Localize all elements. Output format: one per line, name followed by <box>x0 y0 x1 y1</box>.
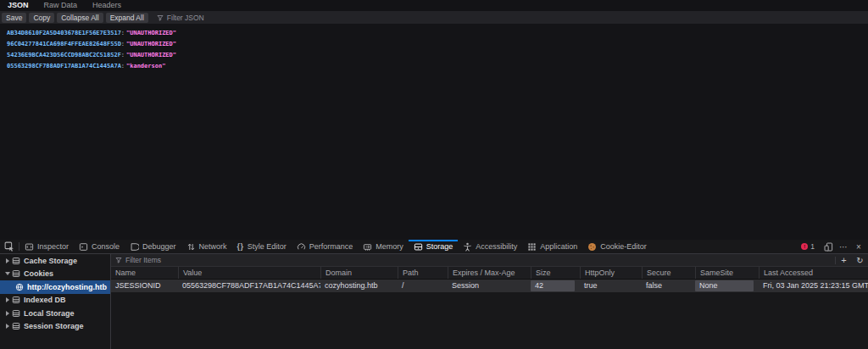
column-header-last-accessed[interactable]: Last Accessed <box>759 267 868 279</box>
json-value: "kanderson" <box>126 61 165 72</box>
column-header-size[interactable]: Size <box>531 267 580 279</box>
tab-storage[interactable]: Storage <box>409 240 459 253</box>
expand-all-button[interactable]: Expand All <box>106 13 148 23</box>
sidebar-item-cookies[interactable]: Cookies <box>0 268 110 281</box>
sidebar-item-session-storage[interactable]: Session Storage <box>0 320 110 334</box>
tab-headers[interactable]: Headers <box>85 0 129 11</box>
column-header-domain[interactable]: Domain <box>320 267 398 279</box>
json-entry: 05563298CF788ADF17AB1A74C1445A7A: "kande… <box>7 61 868 72</box>
tab-label: Application <box>540 242 577 251</box>
chevron-right-icon[interactable] <box>3 258 11 263</box>
indexed-db-icon <box>12 296 20 304</box>
tab-style-editor[interactable]: {} Style Editor <box>232 240 292 253</box>
json-key: 96C04277841CA698F4FFEAE82648F55D <box>7 41 121 47</box>
tab-console[interactable]: Console <box>74 240 125 253</box>
tab-inspector[interactable]: Inspector <box>19 240 74 253</box>
session-storage-icon <box>12 322 20 330</box>
sidebar-item-label: Cookies <box>24 269 53 278</box>
cell-last-accessed: Fri, 03 Jan 2025 21:23:15 GMT <box>759 280 868 292</box>
json-value: "UNAUTHORIZED" <box>126 50 176 61</box>
tab-label: Accessibility <box>476 242 517 251</box>
pick-element-icon <box>4 241 14 252</box>
sidebar-item-cozyhosting[interactable]: http://cozyhosting.htb <box>0 280 110 294</box>
responsive-design-button[interactable] <box>821 240 836 254</box>
inspector-icon <box>25 242 34 252</box>
tab-debugger[interactable]: Debugger <box>125 240 181 253</box>
tab-network[interactable]: Network <box>181 240 232 253</box>
save-button[interactable]: Save <box>2 13 26 23</box>
memory-icon <box>363 242 372 252</box>
sidebar-item-cache-storage[interactable]: Cache Storage <box>0 254 110 268</box>
storage-filterbar-buttons: + ↻ <box>835 254 868 266</box>
sidebar-item-indexed-db[interactable]: Indexed DB <box>0 294 110 307</box>
cookie-table-header: Name Value Domain Path Expires / Max-Age… <box>111 267 868 280</box>
cookie-table-row[interactable]: JSESSIONID 05563298CF788ADF17AB1A74C1445… <box>111 280 868 292</box>
devtools-tabbar: Inspector Console Debugger Network {} St… <box>0 240 868 254</box>
cell-httponly: true <box>580 280 642 292</box>
chevron-right-icon[interactable] <box>3 311 11 316</box>
filter-items-input[interactable]: Filter Items <box>111 256 835 264</box>
performance-icon <box>297 242 306 252</box>
style-editor-icon: {} <box>237 242 244 251</box>
tab-json[interactable]: JSON <box>0 0 36 11</box>
column-header-httponly[interactable]: HttpOnly <box>580 267 642 279</box>
filter-items-placeholder: Filter Items <box>125 256 161 264</box>
meatball-menu-button[interactable]: ⋯ <box>836 240 851 254</box>
error-count[interactable]: 1 <box>810 242 815 251</box>
close-icon: × <box>856 242 861 252</box>
close-devtools-button[interactable]: × <box>851 240 866 254</box>
cookie-icon <box>587 242 597 252</box>
cell-secure: false <box>642 280 695 292</box>
json-colon: : <box>121 52 125 58</box>
column-header-expires[interactable]: Expires / Max-Age <box>448 267 531 279</box>
cell-samesite-value: None <box>695 280 754 291</box>
storage-filterbar: Filter Items + ↻ <box>111 254 868 267</box>
json-viewer-tabbar: JSON Raw Data Headers <box>0 0 868 11</box>
error-badge-icon[interactable]: ! <box>801 243 808 250</box>
json-key: 05563298CF788ADF17AB1A74C1445A7A <box>7 63 121 69</box>
json-value: "UNAUTHORIZED" <box>126 28 176 39</box>
chevron-right-icon[interactable] <box>3 297 11 302</box>
add-item-button[interactable]: + <box>836 254 852 267</box>
tab-memory[interactable]: Memory <box>358 240 409 253</box>
table-empty-area <box>111 292 868 349</box>
collapse-all-button[interactable]: Collapse All <box>57 13 103 23</box>
storage-panel: Cache Storage Cookies http://cozyhosting… <box>0 254 868 349</box>
funnel-icon <box>115 257 122 263</box>
plus-icon: + <box>841 255 846 265</box>
tab-accessibility[interactable]: Accessibility <box>458 240 522 253</box>
column-header-path[interactable]: Path <box>398 267 448 279</box>
sidebar-item-label: http://cozyhosting.htb <box>27 283 107 291</box>
refresh-items-button[interactable]: ↻ <box>852 254 868 267</box>
json-key: AB34D8610F2A5D403678E1F56E7E3517 <box>7 30 121 36</box>
pick-element-button[interactable] <box>0 240 19 253</box>
sidebar-item-label: Cache Storage <box>24 257 77 265</box>
debugger-icon <box>130 242 139 252</box>
tab-cookie-editor[interactable]: Cookie-Editor <box>582 240 652 253</box>
devtools-window: JSON Raw Data Headers Save Copy Collapse… <box>0 0 868 349</box>
column-header-name[interactable]: Name <box>111 267 178 279</box>
json-entry: 96C04277841CA698F4FFEAE82648F55D: "UNAUT… <box>7 39 868 50</box>
json-value: "UNAUTHORIZED" <box>126 39 176 50</box>
json-entry: 54236E9BCA423D56CCD98ABC2C51852F: "UNAUT… <box>7 50 868 61</box>
copy-button[interactable]: Copy <box>29 13 54 23</box>
tab-performance[interactable]: Performance <box>292 240 359 253</box>
column-header-secure[interactable]: Secure <box>642 267 695 279</box>
tab-application[interactable]: Application <box>522 240 582 253</box>
tab-raw-data[interactable]: Raw Data <box>36 0 86 11</box>
devtools-toolbar-right: ! 1 ⋯ × <box>801 240 868 253</box>
sidebar-item-local-storage[interactable]: Local Storage <box>0 307 110 320</box>
meatball-menu-icon: ⋯ <box>839 242 848 252</box>
funnel-icon <box>157 14 164 21</box>
tab-label: Cookie-Editor <box>600 242 647 251</box>
column-header-value[interactable]: Value <box>178 267 320 279</box>
chevron-down-icon[interactable] <box>3 272 11 275</box>
filter-json-placeholder: Filter JSON <box>167 14 204 22</box>
storage-main: Filter Items + ↻ Name Value Domain Path … <box>111 254 868 349</box>
tab-label: Style Editor <box>248 242 287 251</box>
column-header-samesite[interactable]: SameSite <box>695 267 759 279</box>
json-key: 54236E9BCA423D56CCD98ABC2C51852F <box>7 52 121 58</box>
sidebar-item-label: Local Storage <box>24 309 75 318</box>
chevron-right-icon[interactable] <box>3 324 11 329</box>
filter-json-input[interactable]: Filter JSON <box>157 14 204 22</box>
